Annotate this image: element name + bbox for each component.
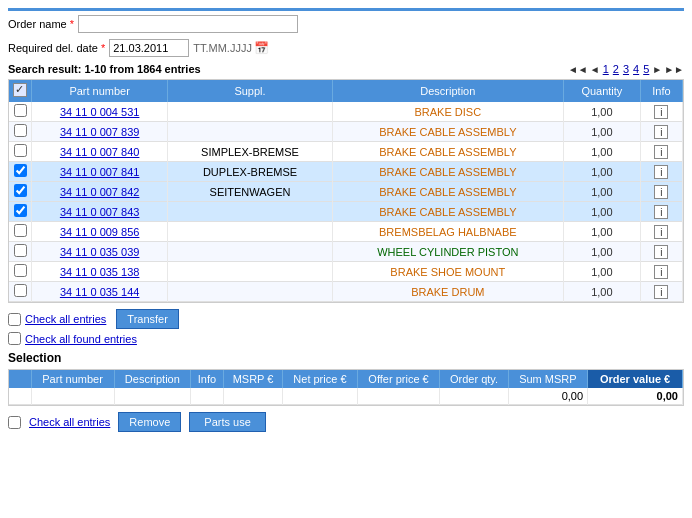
- sel-col-order-value: Order value €: [588, 370, 683, 388]
- part-number-link[interactable]: 34 11 0 007 840: [60, 146, 140, 158]
- sel-col-order-qty: Order qty.: [440, 370, 508, 388]
- desc-cell: BRAKE DRUM: [332, 282, 563, 302]
- date-format-label: TT.MM.JJJJ: [193, 42, 252, 54]
- bottom-check-all-cb[interactable]: [8, 416, 21, 429]
- info-icon[interactable]: i: [654, 205, 668, 219]
- desc-cell: BREMSBELAG HALBNABE: [332, 222, 563, 242]
- pagination-last[interactable]: ►►: [664, 64, 684, 75]
- info-icon[interactable]: i: [654, 285, 668, 299]
- check-all-found-cb[interactable]: [8, 332, 21, 345]
- calendar-icon[interactable]: 📅: [254, 41, 269, 55]
- row-checkbox[interactable]: [14, 104, 27, 117]
- suppl-cell: SIMPLEX-BREMSE: [168, 142, 332, 162]
- table-row: 34 11 0 007 840 SIMPLEX-BREMSE BRAKE CAB…: [9, 142, 683, 162]
- check-all-entries-label[interactable]: Check all entries: [25, 313, 106, 325]
- qty-cell: 1,00: [563, 282, 640, 302]
- row-checkbox[interactable]: [14, 144, 27, 157]
- pagination-next[interactable]: ►: [652, 64, 662, 75]
- qty-cell: 1,00: [563, 122, 640, 142]
- part-number-link[interactable]: 34 11 0 007 839: [60, 126, 140, 138]
- info-icon[interactable]: i: [654, 145, 668, 159]
- suppl-cell: DUPLEX-BREMSE: [168, 162, 332, 182]
- qty-cell: 1,00: [563, 222, 640, 242]
- table-row: 34 11 0 004 531 BRAKE DISC 1,00 i: [9, 102, 683, 122]
- desc-cell: BRAKE CABLE ASSEMBLY: [332, 142, 563, 162]
- table-row: 34 11 0 007 843 BRAKE CABLE ASSEMBLY 1,0…: [9, 202, 683, 222]
- pagination-page-1[interactable]: 1: [602, 63, 610, 75]
- row-checkbox[interactable]: [14, 244, 27, 257]
- table-row: 34 11 0 035 039 WHEEL CYLINDER PISTON 1,…: [9, 242, 683, 262]
- order-name-input[interactable]: [78, 15, 298, 33]
- info-icon[interactable]: i: [654, 105, 668, 119]
- row-checkbox[interactable]: [14, 164, 27, 177]
- row-checkbox[interactable]: [14, 184, 27, 197]
- col-part-number-header: Part number: [32, 80, 168, 102]
- suppl-cell: SEITENWAGEN: [168, 182, 332, 202]
- row-checkbox[interactable]: [14, 224, 27, 237]
- sel-col-part: Part number: [31, 370, 114, 388]
- info-icon[interactable]: i: [654, 125, 668, 139]
- check-all-found-label[interactable]: Check all found entries: [25, 333, 137, 345]
- parts-table-container: Part number Suppl. Description Quantity …: [8, 79, 684, 303]
- search-result-info: Search result: 1-10 from 1864 entries: [8, 63, 201, 75]
- row-checkbox[interactable]: [14, 264, 27, 277]
- qty-cell: 1,00: [563, 262, 640, 282]
- parts-use-button[interactable]: Parts use: [189, 412, 265, 432]
- sel-col-check: [9, 370, 31, 388]
- part-number-link[interactable]: 34 11 0 007 841: [60, 166, 140, 178]
- info-icon[interactable]: i: [654, 245, 668, 259]
- sel-col-sum-msrp: Sum MSRP: [508, 370, 587, 388]
- desc-cell: BRAKE SHOE MOUNT: [332, 262, 563, 282]
- selection-table: Part number Description Info MSRP € Net …: [9, 370, 683, 405]
- table-row: 34 11 0 007 842 SEITENWAGEN BRAKE CABLE …: [9, 182, 683, 202]
- col-desc-header: Description: [332, 80, 563, 102]
- suppl-cell: [168, 102, 332, 122]
- transfer-button[interactable]: Transfer: [116, 309, 179, 329]
- check-all-entries-cb[interactable]: [8, 313, 21, 326]
- row-checkbox[interactable]: [14, 284, 27, 297]
- remove-button[interactable]: Remove: [118, 412, 181, 432]
- date-input[interactable]: [109, 39, 189, 57]
- info-icon[interactable]: i: [654, 265, 668, 279]
- part-number-link[interactable]: 34 11 0 035 039: [60, 246, 140, 258]
- bottom-check-all-label[interactable]: Check all entries: [29, 416, 110, 428]
- info-icon[interactable]: i: [654, 225, 668, 239]
- col-qty-header: Quantity: [563, 80, 640, 102]
- table-row: 34 11 0 007 841 DUPLEX-BREMSE BRAKE CABL…: [9, 162, 683, 182]
- part-number-link[interactable]: 34 11 0 035 138: [60, 266, 140, 278]
- desc-cell: WHEEL CYLINDER PISTON: [332, 242, 563, 262]
- sel-col-net: Net price €: [283, 370, 357, 388]
- sum-msrp-value: 0,00: [508, 388, 587, 405]
- table-row: 34 11 0 035 144 BRAKE DRUM 1,00 i: [9, 282, 683, 302]
- sel-col-info: Info: [191, 370, 224, 388]
- suppl-cell: [168, 202, 332, 222]
- qty-cell: 1,00: [563, 142, 640, 162]
- part-number-link[interactable]: 34 11 0 035 144: [60, 286, 140, 298]
- part-number-link[interactable]: 34 11 0 004 531: [60, 106, 140, 118]
- pagination-page-5[interactable]: 5: [642, 63, 650, 75]
- qty-cell: 1,00: [563, 202, 640, 222]
- part-number-link[interactable]: 34 11 0 007 843: [60, 206, 140, 218]
- info-icon[interactable]: i: [654, 165, 668, 179]
- pagination-prev[interactable]: ◄: [590, 64, 600, 75]
- part-number-link[interactable]: 34 11 0 007 842: [60, 186, 140, 198]
- parts-table: Part number Suppl. Description Quantity …: [9, 80, 683, 302]
- pagination-page-2[interactable]: 2: [612, 63, 620, 75]
- order-name-label: Order name *: [8, 18, 74, 30]
- row-checkbox[interactable]: [14, 204, 27, 217]
- part-number-link[interactable]: 34 11 0 009 856: [60, 226, 140, 238]
- suppl-cell: [168, 122, 332, 142]
- desc-cell: BRAKE CABLE ASSEMBLY: [332, 162, 563, 182]
- table-row: 34 11 0 035 138 BRAKE SHOE MOUNT 1,00 i: [9, 262, 683, 282]
- desc-cell: BRAKE CABLE ASSEMBLY: [332, 202, 563, 222]
- pagination-first[interactable]: ◄◄: [568, 64, 588, 75]
- selection-section-label: Selection: [8, 351, 684, 365]
- info-icon[interactable]: i: [654, 185, 668, 199]
- qty-cell: 1,00: [563, 182, 640, 202]
- sel-col-desc: Description: [114, 370, 191, 388]
- row-checkbox[interactable]: [14, 124, 27, 137]
- col-check-header[interactable]: [9, 80, 32, 102]
- suppl-cell: [168, 262, 332, 282]
- pagination-page-3[interactable]: 3: [622, 63, 630, 75]
- pagination-page-4[interactable]: 4: [632, 63, 640, 75]
